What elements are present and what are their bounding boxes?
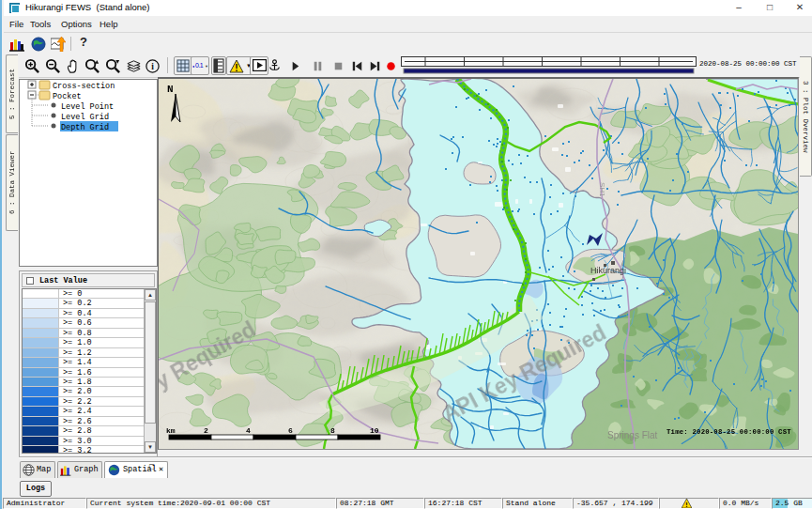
svg-text:Level Grid: Level Grid	[61, 113, 109, 122]
svg-text:Hikurangi: Hikurangi	[590, 266, 626, 275]
svg-text:8: 8	[330, 426, 335, 435]
svg-text:SH1: SH1	[598, 182, 606, 197]
svg-text:Springs Flat: Springs Flat	[607, 430, 658, 440]
svg-text:6: 6	[288, 426, 293, 435]
svg-text:Time: 2020-08-25 00:00:00 CST: Time: 2020-08-25 00:00:00 CST	[666, 428, 791, 436]
svg-text:km: km	[166, 426, 176, 435]
svg-text:Pocket: Pocket	[53, 92, 82, 101]
svg-text:!: !	[684, 501, 688, 508]
svg-text:Cross-section: Cross-section	[53, 82, 115, 91]
svg-text:Depth Grid: Depth Grid	[61, 123, 109, 132]
svg-text:4: 4	[246, 426, 251, 435]
svg-text:!: !	[235, 63, 237, 73]
svg-text:2: 2	[204, 426, 208, 435]
svg-text:10: 10	[370, 426, 379, 435]
svg-text:Level Point: Level Point	[61, 102, 114, 112]
svg-text:i: i	[151, 62, 154, 71]
svg-text:N: N	[167, 84, 174, 95]
